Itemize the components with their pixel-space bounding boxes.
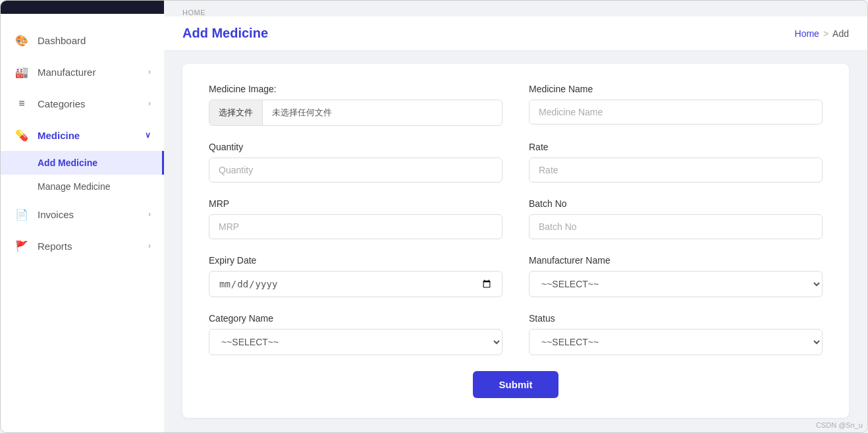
sidebar-nav: 🎨 Dashboard 🏭 Manufacturer › ≡ Categorie… xyxy=(1,14,164,432)
sidebar-item-label-medicine: Medicine xyxy=(38,130,80,141)
chevron-right-icon: › xyxy=(148,210,151,219)
expiry-date-input[interactable] xyxy=(209,271,502,297)
expiry-date-label: Expiry Date xyxy=(209,255,502,266)
form-group-status: Status ~~SELECT~~ xyxy=(529,313,823,355)
status-select[interactable]: ~~SELECT~~ xyxy=(529,329,823,355)
form-row-1: Medicine Image: 选择文件 未选择任何文件 Medicine Na… xyxy=(209,84,823,126)
quantity-input[interactable] xyxy=(209,158,502,183)
chevron-down-icon: ∨ xyxy=(145,130,151,140)
rate-input[interactable] xyxy=(529,158,823,183)
dashboard-icon: 🎨 xyxy=(14,32,30,48)
sub-nav-label-add-medicine: Add Medicine xyxy=(38,158,97,168)
form-row-4: Expiry Date Manufacturer Name ~~SELECT~~ xyxy=(209,255,823,297)
sidebar-item-reports[interactable]: 🚩 Reports › xyxy=(1,230,164,262)
categories-icon: ≡ xyxy=(14,96,30,111)
form-group-rate: Rate xyxy=(529,142,823,183)
sidebar-item-medicine[interactable]: 💊 Medicine ∨ xyxy=(1,119,164,151)
medicine-image-label: Medicine Image: xyxy=(209,84,502,94)
form-row-5: Category Name ~~SELECT~~ Status ~~SELECT… xyxy=(209,313,823,355)
home-label: HOME xyxy=(164,1,867,16)
chevron-right-icon: › xyxy=(148,99,151,108)
category-name-label: Category Name xyxy=(209,313,502,324)
sidebar-item-label-dashboard: Dashboard xyxy=(38,35,86,46)
breadcrumb-home[interactable]: Home xyxy=(795,28,819,39)
chevron-right-icon: › xyxy=(148,241,151,250)
file-input-wrapper: 选择文件 未选择任何文件 xyxy=(209,100,502,126)
manufacturer-name-select[interactable]: ~~SELECT~~ xyxy=(529,271,823,297)
form-container: Medicine Image: 选择文件 未选择任何文件 Medicine Na… xyxy=(182,64,849,418)
category-name-select[interactable]: ~~SELECT~~ xyxy=(209,329,502,355)
breadcrumb: Home > Add xyxy=(795,28,849,39)
quantity-label: Quantity xyxy=(209,142,502,152)
form-group-expiry-date: Expiry Date xyxy=(209,255,502,297)
file-no-file-text: 未选择任何文件 xyxy=(263,100,502,125)
form-group-mrp: MRP xyxy=(209,198,502,239)
sidebar: 🎨 Dashboard 🏭 Manufacturer › ≡ Categorie… xyxy=(1,1,164,432)
submit-row: Submit xyxy=(209,371,823,398)
rate-label: Rate xyxy=(529,142,823,152)
medicine-sub-nav: Add Medicine Manage Medicine xyxy=(1,151,164,198)
sidebar-item-label-invoices: Invoices xyxy=(38,209,74,220)
chevron-right-icon: › xyxy=(148,67,151,76)
sidebar-item-label-reports: Reports xyxy=(38,241,72,252)
sidebar-item-dashboard[interactable]: 🎨 Dashboard xyxy=(1,24,164,56)
sidebar-item-label-manufacturer: Manufacturer xyxy=(38,67,95,78)
manufacturer-icon: 🏭 xyxy=(14,64,30,80)
medicine-name-input[interactable] xyxy=(529,100,823,125)
batch-no-input[interactable] xyxy=(529,214,823,239)
mrp-label: MRP xyxy=(209,198,502,209)
top-bar: Add Medicine Home > Add xyxy=(164,16,867,51)
form-group-manufacturer-name: Manufacturer Name ~~SELECT~~ xyxy=(529,255,823,297)
manufacturer-name-label: Manufacturer Name xyxy=(529,255,823,266)
reports-icon: 🚩 xyxy=(14,238,30,254)
sidebar-item-invoices[interactable]: 📄 Invoices › xyxy=(1,198,164,230)
page-title: Add Medicine xyxy=(182,26,268,41)
form-row-2: Quantity Rate xyxy=(209,142,823,183)
breadcrumb-current: Add xyxy=(832,28,849,39)
form-group-batch-no: Batch No xyxy=(529,198,823,239)
medicine-name-label: Medicine Name xyxy=(529,84,823,94)
form-group-medicine-name: Medicine Name xyxy=(529,84,823,126)
sidebar-item-label-categories: Categories xyxy=(38,98,86,109)
main-content: HOME Add Medicine Home > Add Medicine Im… xyxy=(164,1,867,432)
submit-button[interactable]: Submit xyxy=(473,371,559,398)
status-label: Status xyxy=(529,313,823,324)
watermark: CSDN @Sn_u xyxy=(816,421,863,429)
file-choose-button[interactable]: 选择文件 xyxy=(209,100,263,125)
form-group-quantity: Quantity xyxy=(209,142,502,183)
sub-nav-label-manage-medicine: Manage Medicine xyxy=(38,181,111,192)
invoices-icon: 📄 xyxy=(14,206,30,222)
batch-no-label: Batch No xyxy=(529,198,823,209)
form-row-3: MRP Batch No xyxy=(209,198,823,239)
form-group-medicine-image: Medicine Image: 选择文件 未选择任何文件 xyxy=(209,84,502,126)
sub-nav-item-manage-medicine[interactable]: Manage Medicine xyxy=(1,175,164,198)
sidebar-top-bar xyxy=(1,1,164,14)
mrp-input[interactable] xyxy=(209,214,502,239)
breadcrumb-separator: > xyxy=(823,28,828,39)
form-group-category-name: Category Name ~~SELECT~~ xyxy=(209,313,502,355)
sidebar-item-categories[interactable]: ≡ Categories › xyxy=(1,88,164,119)
sidebar-item-manufacturer[interactable]: 🏭 Manufacturer › xyxy=(1,56,164,88)
medicine-icon: 💊 xyxy=(14,127,30,143)
sub-nav-item-add-medicine[interactable]: Add Medicine xyxy=(1,151,164,175)
